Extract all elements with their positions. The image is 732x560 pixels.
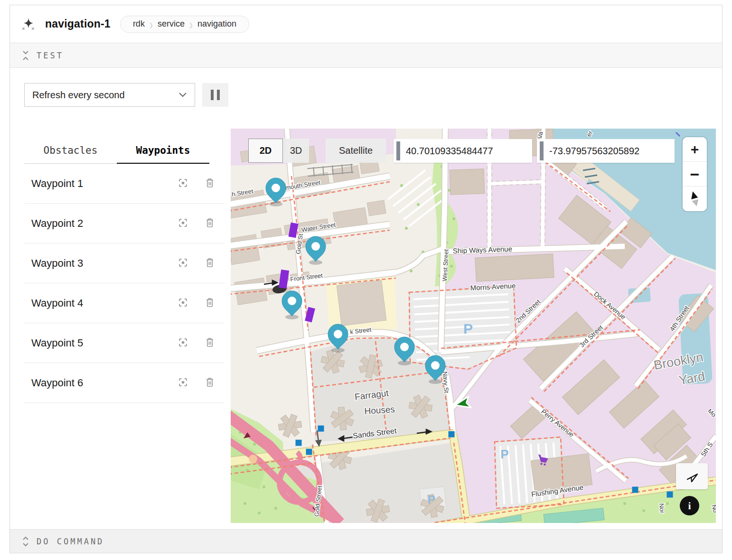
refresh-rate-value: Refresh every second (32, 90, 178, 101)
trash-icon (206, 218, 214, 228)
focus-icon (178, 298, 188, 307)
delete-waypoint-button[interactable] (204, 256, 216, 271)
trash-icon (206, 298, 214, 308)
waypoints-panel: Obstacles Waypoints Waypoint 1 Waypoint … (24, 139, 225, 403)
street-label: Nor (658, 503, 666, 514)
focus-icon (178, 258, 188, 267)
navigation-arrow-icon (685, 469, 699, 484)
focus-waypoint-button[interactable] (177, 336, 189, 350)
waypoint-name: Waypoint 1 (31, 177, 177, 190)
focus-icon (178, 338, 188, 347)
chevron-right-icon: › (150, 16, 153, 33)
tab-obstacles[interactable]: Obstacles (24, 139, 117, 164)
waypoint-row: Waypoint 6 (24, 363, 225, 403)
waypoint-list: Waypoint 1 Waypoint 2 Waypoint 3 Waypoin… (24, 164, 225, 403)
chevron-right-icon: › (189, 16, 193, 33)
zoom-out-button[interactable]: − (683, 162, 707, 187)
focus-waypoint-button[interactable] (177, 256, 189, 271)
delete-waypoint-button[interactable] (204, 336, 216, 351)
breadcrumb-item-navigation[interactable]: navigation (195, 19, 239, 29)
signal-square-icon (296, 440, 302, 446)
focus-icon (178, 218, 188, 227)
delete-waypoint-button[interactable] (204, 176, 216, 191)
zoom-in-button[interactable]: + (683, 137, 707, 162)
focus-waypoint-button[interactable] (177, 177, 189, 191)
page-title: navigation-1 (45, 18, 111, 30)
chevron-down-icon (178, 92, 187, 98)
delete-waypoint-button[interactable] (204, 296, 216, 311)
pause-icon (211, 90, 214, 100)
map-container: h StreetPlymouth StreetWater StreetFront… (231, 129, 716, 523)
focus-icon (178, 178, 188, 187)
breadcrumb-item-rdk[interactable]: rdk (130, 19, 148, 29)
compass-needle-icon (683, 187, 706, 210)
waypoint-name: Waypoint 2 (31, 217, 177, 230)
svg-text:×: × (22, 26, 25, 31)
do-command-section-header[interactable]: DO COMMAND (10, 529, 722, 553)
trash-icon (206, 377, 214, 387)
parking-icon: P (500, 447, 508, 461)
focus-waypoint-button[interactable] (177, 216, 189, 231)
waypoint-row: Waypoint 2 (24, 204, 225, 243)
map-mode-3d-button[interactable]: 3D (283, 139, 309, 163)
parking-icon: P (428, 493, 435, 506)
latitude-drag-handle[interactable] (396, 141, 400, 160)
svg-text:×: × (31, 26, 34, 31)
pause-refresh-button[interactable] (202, 83, 228, 107)
navigation-service-icon: × × (21, 17, 36, 31)
waypoint-row: Waypoint 4 (24, 283, 225, 323)
delete-waypoint-button[interactable] (204, 375, 216, 391)
card-header: × × navigation-1 rdk › service › navigat… (10, 5, 722, 43)
tab-waypoints[interactable]: Waypoints (117, 139, 209, 164)
panel-tabs: Obstacles Waypoints (24, 139, 225, 164)
street-label: Navy St (441, 371, 450, 393)
waypoint-name: Waypoint 4 (31, 297, 177, 309)
waypoint-row: Waypoint 1 (24, 164, 225, 204)
trash-icon (206, 258, 214, 268)
waypoint-name: Waypoint 3 (31, 257, 177, 270)
longitude-drag-handle[interactable] (540, 141, 544, 160)
signal-square-icon (318, 426, 324, 432)
map-mode-2d-button[interactable]: 2D (248, 139, 283, 163)
map-canvas[interactable]: h StreetPlymouth StreetWater StreetFront… (231, 129, 716, 523)
do-command-section-label: DO COMMAND (37, 537, 104, 546)
collapse-icon (22, 50, 29, 61)
trash-icon (206, 337, 214, 347)
compass-button[interactable] (683, 187, 707, 211)
waypoint-row: Waypoint 3 (24, 243, 225, 283)
navigation-card: × × navigation-1 rdk › service › navigat… (9, 5, 723, 553)
map-info-button[interactable]: i (680, 496, 699, 515)
signal-square-icon (632, 487, 638, 493)
map-zoom-control: + − (683, 137, 707, 211)
test-section-header[interactable]: TEST (10, 43, 722, 68)
locate-robot-button[interactable] (676, 463, 708, 489)
trash-icon (206, 178, 214, 188)
focus-waypoint-button[interactable] (177, 296, 189, 310)
signal-square-icon (667, 492, 673, 498)
waypoint-name: Waypoint 6 (31, 377, 177, 389)
delete-waypoint-button[interactable] (204, 216, 216, 231)
signal-square-icon (306, 449, 312, 455)
test-section-body: Refresh every second Obstacles Waypoints… (10, 68, 722, 529)
street-label: Houses (364, 404, 395, 416)
expand-icon (22, 536, 29, 547)
refresh-rate-select[interactable]: Refresh every second (24, 83, 195, 107)
focus-waypoint-button[interactable] (177, 376, 189, 390)
parking-icon: P (463, 321, 473, 336)
signal-square-icon (449, 431, 455, 438)
waypoint-name: Waypoint 5 (31, 337, 177, 349)
waypoint-row: Waypoint 5 (24, 323, 225, 363)
breadcrumb-item-service[interactable]: service (155, 19, 188, 29)
map-mode-satellite-button[interactable]: Satellite (326, 139, 386, 163)
breadcrumb: rdk › service › navigation (120, 16, 249, 33)
latitude-input[interactable] (394, 139, 532, 163)
test-section-label: TEST (37, 51, 64, 60)
longitude-input[interactable] (537, 139, 675, 163)
focus-icon (178, 378, 188, 387)
